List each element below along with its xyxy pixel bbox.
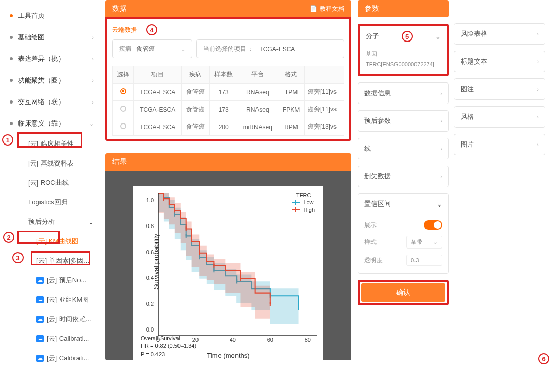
dataset-table: 选择项目疾病样本数平台格式 TCGA-ESCA食管癌173RNAseqTPM癌旁…	[112, 66, 344, 136]
confidence-interval-param: 置信区间⌄ 展示 样式条带⌄ 透明度0.3	[358, 193, 449, 274]
missing-data-param[interactable]: 删失数据›	[358, 166, 449, 187]
line-param[interactable]: 线›	[358, 138, 449, 159]
image-param[interactable]: 图片›	[454, 134, 545, 155]
callout-4: 4	[146, 24, 157, 35]
confirm-button[interactable]: 确认	[361, 283, 445, 302]
result-panel-body: Survival probability 0.00.20.40.60.81.0 …	[105, 171, 351, 360]
sub-prognosis-no[interactable]: ☁[云] 预后No...	[8, 271, 100, 290]
cloud-data-label: 云端数据	[112, 26, 137, 34]
cloud-icon: ☁	[36, 316, 44, 323]
chevron-down-icon[interactable]: ⌄	[435, 33, 441, 40]
gene-label: 基因	[366, 50, 441, 58]
title-text-param[interactable]: 标题文本›	[454, 51, 545, 72]
data-info-param[interactable]: 数据信息›	[358, 82, 449, 104]
nav-functional-cluster[interactable]: 功能聚类（圈）›	[8, 70, 100, 91]
tutorial-doc-link[interactable]: 📄教程文档	[310, 5, 344, 13]
prognosis-param[interactable]: 预后参数›	[358, 110, 449, 132]
data-panel-title: 数据	[112, 4, 127, 13]
ci-opacity-input[interactable]: 0.3	[406, 255, 442, 266]
row-radio[interactable]	[120, 123, 126, 129]
sub-roc-curve[interactable]: [云] ROC曲线	[8, 173, 100, 193]
cloud-icon: ☁	[36, 296, 44, 303]
disease-select[interactable]: 疾病 食管癌 ⌄	[112, 39, 192, 58]
data-panel-body: 云端数据 4 疾病 食管癌 ⌄ 当前选择的项目 ： TCGA-ESCA	[105, 17, 351, 141]
nav-interaction-network[interactable]: 交互网络（联）›	[8, 91, 100, 113]
nav-expression-diff[interactable]: 表达差异（挑）›	[8, 48, 100, 70]
sub-calibration-2[interactable]: ☁[云] Calibrati...	[8, 348, 100, 368]
data-panel-header: 数据 📄教程文档	[105, 0, 351, 17]
chevron-right-icon: ›	[92, 99, 94, 105]
sub-logistics-regression[interactable]: Logistics回归	[8, 193, 100, 212]
chevron-down-icon[interactable]: ⌄	[437, 200, 442, 208]
cloud-icon: ☁	[36, 355, 44, 362]
nav-basic-plot[interactable]: 基础绘图›	[8, 27, 100, 48]
callout-5: 5	[402, 31, 413, 42]
legend-param[interactable]: 图注›	[454, 78, 545, 100]
row-radio[interactable]	[120, 106, 126, 112]
callout-1: 1	[2, 134, 13, 146]
x-axis-label: Time (months)	[207, 352, 249, 359]
chevron-down-icon: ⌄	[181, 46, 186, 53]
molecule-label: 分子	[366, 32, 379, 41]
ci-show-toggle[interactable]	[424, 220, 442, 230]
sub-km-curve[interactable]: [云] KM曲线图	[8, 232, 100, 251]
chevron-right-icon: ›	[92, 34, 94, 40]
callout-6: 6	[538, 353, 549, 364]
molecule-param-box: 分子 5 ⌄ 基因 TFRC[ENSG00000072274]	[358, 24, 449, 76]
row-radio[interactable]	[120, 88, 126, 94]
table-row[interactable]: TCGA-ESCA食管癌200miRNAseqRPM癌旁[13]vs	[113, 118, 344, 136]
table-row[interactable]: TCGA-ESCA食管癌173RNAseqFPKM癌旁[11]vs	[113, 101, 344, 118]
gene-value: TFRC[ENSG00000072274]	[366, 61, 441, 67]
sub-prognosis-analysis[interactable]: 预后分析⌄	[8, 212, 100, 232]
selected-project: 当前选择的项目 ： TCGA-ESCA	[196, 39, 344, 58]
chevron-right-icon: ›	[92, 77, 94, 84]
sub-time-dependent[interactable]: ☁[云] 时间依赖...	[8, 310, 100, 329]
cloud-icon: ☁	[36, 277, 44, 284]
chevron-down-icon: ⌄	[89, 120, 94, 127]
sub-subgroup-km[interactable]: ☁[云] 亚组KM图	[8, 290, 100, 310]
chevron-down-icon: ⌄	[88, 218, 94, 226]
ci-style-select[interactable]: 条带⌄	[406, 236, 442, 249]
sub-clinical-correlation[interactable]: [云] 临床相关性	[8, 134, 100, 154]
params-panel-header: 参数	[358, 0, 449, 17]
sub-calibration-1[interactable]: ☁[云] Calibrati...	[8, 329, 100, 348]
chevron-right-icon: ›	[92, 56, 94, 62]
nav-clinical-significance[interactable]: 临床意义（靠）⌄	[8, 113, 100, 134]
table-row[interactable]: TCGA-ESCA食管癌173RNAseqTPM癌旁[11]vs	[113, 84, 344, 101]
sub-baseline-table[interactable]: [云] 基线资料表	[8, 154, 100, 173]
risk-table-param[interactable]: 风险表格›	[454, 23, 545, 45]
result-panel-header: 结果	[105, 153, 351, 171]
callout-2: 2	[3, 232, 14, 243]
document-icon: 📄	[310, 5, 318, 12]
callout-3: 3	[12, 252, 24, 263]
sidebar: 工具首页 基础绘图› 表达差异（挑）› 功能聚类（圈）› 交互网络（联）› 临床…	[0, 0, 100, 392]
cloud-icon: ☁	[36, 335, 44, 342]
chart-legend: TFRC LowHigh	[292, 192, 315, 213]
style-param[interactable]: 风格›	[454, 106, 545, 128]
nav-home[interactable]: 工具首页	[8, 5, 100, 27]
km-survival-chart: Survival probability 0.00.20.40.60.81.0 …	[133, 186, 323, 360]
